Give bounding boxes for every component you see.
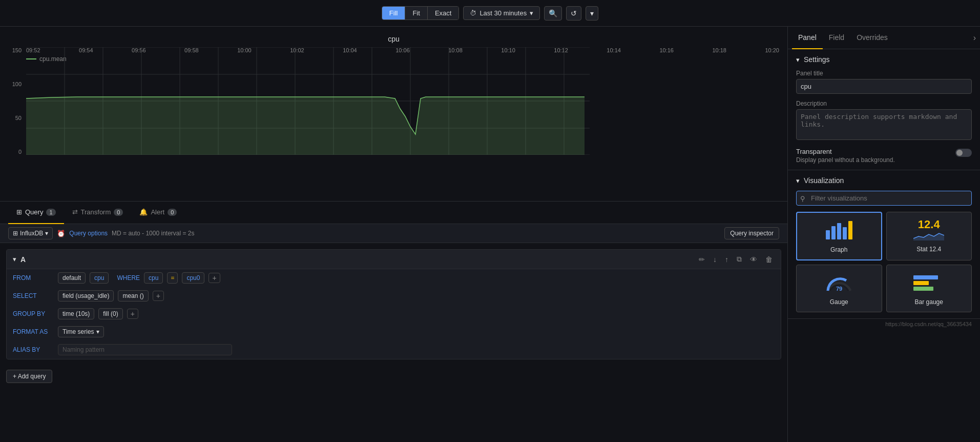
gauge-icon: 79 <box>824 271 854 294</box>
viz-filter-wrapper: ⚲ <box>796 191 972 206</box>
transparent-toggle[interactable] <box>955 149 972 157</box>
move-up-button[interactable]: ↑ <box>723 254 731 265</box>
main-content: cpu 150 100 50 0 <box>0 27 980 442</box>
where-cpu-value[interactable]: cpu <box>144 272 163 284</box>
tab-alert[interactable]: 🔔 Alert 0 <box>131 202 185 224</box>
description-label: Description <box>796 100 972 107</box>
footer-url-text: https://blog.csdn.net/qq_36635434 <box>885 321 972 327</box>
chart-svg-area <box>26 47 779 155</box>
settings-header[interactable]: ▾ Settings <box>796 55 972 64</box>
left-panel: cpu 150 100 50 0 <box>0 27 788 442</box>
group-by-label: GROUP BY <box>13 310 54 317</box>
fill-button[interactable]: Fill <box>382 7 406 19</box>
tab-panel[interactable]: Panel <box>792 27 823 49</box>
y-axis: 150 100 50 0 <box>8 47 24 155</box>
edit-button[interactable]: ✏ <box>697 254 707 265</box>
query-inspector-button[interactable]: Query inspector <box>724 227 779 239</box>
tab-transform-badge: 0 <box>114 209 123 216</box>
chart-area: cpu 150 100 50 0 <box>0 27 787 201</box>
viz-filter-input[interactable] <box>796 191 972 206</box>
add-query-button[interactable]: + Add query <box>6 370 52 383</box>
visualization-title: Visualization <box>804 176 844 185</box>
viz-grid: Graph 12.4 Stat 12.4 <box>796 212 972 312</box>
query-meta: MD = auto - 1000 interval = 2s <box>112 230 720 237</box>
select-mean-value[interactable]: mean () <box>118 290 148 302</box>
panel-collapse-button[interactable]: › <box>973 33 976 43</box>
transparent-desc: Display panel without a background. <box>796 156 951 164</box>
add-group-button[interactable]: + <box>127 309 138 319</box>
from-default-value[interactable]: default <box>58 272 86 284</box>
add-where-button[interactable]: + <box>208 273 220 283</box>
query-row-groupby: GROUP BY time (10s) fill (0) + <box>7 305 781 323</box>
tab-transform-icon: ⇄ <box>72 208 78 216</box>
svg-rect-20 <box>826 230 830 239</box>
bar-gauge-icon <box>913 271 944 294</box>
where-cpu0-value[interactable]: cpu0 <box>182 272 204 284</box>
format-dropdown[interactable]: Time series ▾ <box>58 326 104 337</box>
description-textarea[interactable] <box>796 109 972 140</box>
settings-chevron: ▾ <box>796 56 800 64</box>
tab-query-label: Query <box>25 208 43 216</box>
panel-title-input[interactable] <box>796 79 972 94</box>
alias-label: ALIAS BY <box>13 346 54 353</box>
clock-icon: ⏰ <box>57 230 65 237</box>
where-label: WHERE <box>117 274 140 282</box>
visualization-header[interactable]: ▾ Visualization <box>796 176 972 185</box>
svg-marker-19 <box>26 97 585 155</box>
where-eq-operator[interactable]: = <box>167 272 178 284</box>
duplicate-button[interactable]: ⧉ <box>735 254 744 265</box>
toggle-visibility-button[interactable]: 👁 <box>748 254 759 265</box>
stat-icon: 12.4 <box>913 218 944 242</box>
viz-card-gauge[interactable]: 79 Gauge <box>796 265 882 312</box>
expand-icon: ▾ <box>13 255 16 263</box>
tab-transform[interactable]: ⇄ Transform 0 <box>64 202 132 224</box>
query-options-label[interactable]: Query options <box>69 230 108 237</box>
fit-button[interactable]: Fit <box>405 7 427 19</box>
tab-transform-label: Transform <box>81 208 111 216</box>
time-range-button[interactable]: ⏱ Last 30 minutes ▾ <box>463 6 540 20</box>
visualization-chevron: ▾ <box>796 177 800 185</box>
select-label: SELECT <box>13 292 54 299</box>
from-cpu-value[interactable]: cpu <box>90 272 109 284</box>
tab-query[interactable]: ⊞ Query 1 <box>8 202 64 224</box>
refresh-button[interactable]: ↺ <box>566 6 581 21</box>
visualization-section: ▾ Visualization ⚲ <box>788 170 980 318</box>
select-field-value[interactable]: field (usage_idle) <box>58 290 114 302</box>
alias-input[interactable] <box>58 344 232 355</box>
svg-rect-22 <box>837 223 841 239</box>
datasource-selector[interactable]: ⊞ InfluxDB ▾ <box>8 227 53 239</box>
query-toolbar: ⊞ InfluxDB ▾ ⏰ Query options MD = auto -… <box>0 224 787 243</box>
group-time-value[interactable]: time (10s) <box>58 308 94 319</box>
tab-panel-label: Panel <box>798 33 817 42</box>
viz-card-graph[interactable]: Graph <box>796 212 882 260</box>
gauge-label: Gauge <box>830 298 848 306</box>
bar-gauge-display <box>913 275 944 291</box>
panel-title-group: Panel title <box>796 70 972 94</box>
tab-overrides[interactable]: Overrides <box>850 27 894 49</box>
y-label-0: 0 <box>8 149 22 155</box>
stat-label: Stat 12.4 <box>916 246 941 253</box>
add-select-button[interactable]: + <box>153 291 164 301</box>
query-letter: A <box>20 255 26 264</box>
tab-alert-label: Alert <box>151 208 164 216</box>
query-builder-a: ▾ A ✏ ↓ ↑ ⧉ 👁 🗑 FROM default cpu <box>6 249 781 359</box>
stat-wave-svg <box>913 231 944 240</box>
tab-field[interactable]: Field <box>823 27 850 49</box>
right-panel: Panel Field Overrides › ▾ Settings Panel… <box>788 27 980 442</box>
tab-query-badge: 1 <box>46 209 55 216</box>
query-row-from: FROM default cpu WHERE cpu = cpu0 + <box>7 269 781 287</box>
filter-icon: ⚲ <box>800 194 805 202</box>
zoom-button[interactable]: 🔍 <box>544 6 562 21</box>
chart-container: 150 100 50 0 <box>8 47 779 180</box>
move-down-button[interactable]: ↓ <box>711 254 719 265</box>
exact-button[interactable]: Exact <box>428 7 459 19</box>
fill-fit-exact-group: Fill Fit Exact <box>382 6 460 20</box>
settings-section: ▾ Settings Panel title Description Trans… <box>788 49 980 170</box>
viz-card-stat[interactable]: 12.4 Stat 12.4 <box>886 212 972 260</box>
viz-card-bar-gauge[interactable]: Bar gauge <box>886 265 972 312</box>
delete-button[interactable]: 🗑 <box>763 254 775 265</box>
more-options-button[interactable]: ▾ <box>586 6 598 21</box>
svg-marker-25 <box>913 233 944 240</box>
group-fill-value[interactable]: fill (0) <box>98 308 122 319</box>
tab-field-label: Field <box>829 33 844 42</box>
